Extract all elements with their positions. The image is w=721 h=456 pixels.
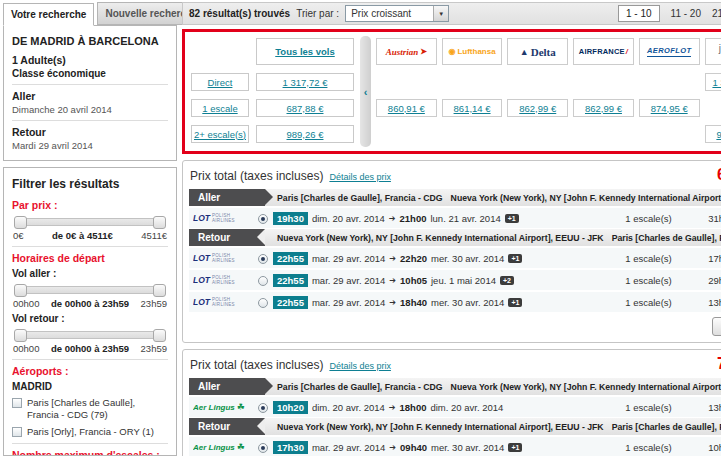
return-time-labels: 00h00 de 00h00 à 23h59 23h59 xyxy=(13,343,167,354)
divider xyxy=(12,246,168,247)
airports-filter-label: Aéroports : xyxy=(12,365,168,377)
passenger-count: 1 Adulte(s) xyxy=(12,54,168,66)
arrival-time: 09h40 xyxy=(400,442,427,453)
sort-select[interactable]: Prix croissant ▼ xyxy=(345,5,449,22)
arrow-right-icon: ➔ xyxy=(389,214,396,223)
matrix-price-1-escale-all[interactable]: 687,88 € xyxy=(256,99,354,117)
arrow-right-icon: ➔ xyxy=(389,403,396,412)
checkbox-icon[interactable] xyxy=(12,427,22,437)
flight-radio[interactable] xyxy=(258,298,268,308)
tab-votre-recherche[interactable]: Votre recherche xyxy=(3,3,94,26)
price-details-link[interactable]: Détails des prix xyxy=(329,361,391,371)
card-header: Prix total (taxes incluses) Détails des … xyxy=(189,354,721,377)
airline-subtext: POLISH AIRLINES xyxy=(212,213,253,223)
return-time-label: Vol retour : xyxy=(12,313,168,324)
outbound-band-label: Aller xyxy=(189,189,265,206)
outbound-time-labels: 00h00 de 00h00 à 23h59 23h59 xyxy=(13,298,167,309)
return-band-label: Retour xyxy=(189,229,265,246)
matrix-scroll-left[interactable]: ‹ xyxy=(360,36,371,147)
total-price: 770,58 € xyxy=(717,355,721,373)
matrix-price-direct-all[interactable]: 1 317,72 € xyxy=(256,73,354,91)
airline-brand: LOT xyxy=(193,253,210,263)
matrix-price-2-escales-all[interactable]: 989,26 € xyxy=(256,125,354,143)
divider xyxy=(12,443,168,444)
stops-count: 1 escale(s) xyxy=(625,402,703,413)
return-time-min-handle[interactable] xyxy=(14,329,27,342)
matrix-price-jetblue-2-escales[interactable]: 989,26 € xyxy=(705,125,721,143)
shamrock-icon: ☘ xyxy=(237,403,245,412)
outbound-time-slider[interactable] xyxy=(15,286,165,294)
delta-triangle-icon: ▲ xyxy=(520,47,529,57)
arrival-date: jeu. 1 mai 2014 xyxy=(431,275,496,286)
price-slider-min-handle[interactable] xyxy=(14,216,27,229)
airline-name: Delta xyxy=(531,46,556,58)
flight-radio[interactable] xyxy=(258,214,268,224)
page-current[interactable]: 1 - 10 xyxy=(618,5,660,22)
matrix-row-1-escale[interactable]: 1 escale xyxy=(191,99,249,117)
austrian-arrow-icon: ➤ xyxy=(420,47,427,56)
airline-name: Austrian xyxy=(386,47,419,57)
matrix-price-lufthansa[interactable]: 861,14 € xyxy=(442,99,503,117)
flight-duration: 13h 40 xyxy=(708,402,721,413)
total-price: 687,88 € xyxy=(717,166,721,184)
flight-radio[interactable] xyxy=(258,254,268,264)
departure-time-badge: 22h55 xyxy=(273,274,308,287)
price-total-label: Prix total (taxes incluses) xyxy=(190,358,323,372)
return-band-label: Retour xyxy=(189,418,265,435)
divider xyxy=(12,84,168,85)
price-range: de 0€ à 4511€ xyxy=(52,230,113,241)
airport-option-label: Paris [Charles de Gaulle], Francia - CDG… xyxy=(27,397,168,421)
departure-time-badge: 19h30 xyxy=(273,212,308,225)
arrow-right-icon: ➔ xyxy=(389,276,396,285)
lufthansa-crane-icon: ◉ xyxy=(448,47,455,56)
return-time-max-handle[interactable] xyxy=(153,329,166,342)
route-from: Nueva York (New York), NY [John F. Kenne… xyxy=(277,422,604,432)
airport-option-cdg[interactable]: Paris [Charles de Gaulle], Francia - CDG… xyxy=(12,397,168,421)
price-max: 4511€ xyxy=(141,230,167,241)
page-link-21-30[interactable]: 21 - 30 xyxy=(712,8,721,19)
airfrance-slash-icon: / xyxy=(626,47,628,56)
sort-select-value: Prix croissant xyxy=(351,8,411,19)
price-details-link[interactable]: Détails des prix xyxy=(329,172,391,182)
matrix-all-flights[interactable]: Tous les vols xyxy=(256,38,354,65)
airline-logo-lufthansa: ◉Lufthansa xyxy=(442,38,503,65)
return-label: Retour xyxy=(12,126,168,138)
matrix-price-airfrance[interactable]: 862,99 € xyxy=(573,99,634,117)
airline-logo-aeroflot: AEROFLOT xyxy=(639,38,700,65)
flight-results-page: Votre recherche Nouvelle recherche DE MA… xyxy=(0,0,721,456)
price-slider-max-handle[interactable] xyxy=(153,216,166,229)
matrix-price-austrian[interactable]: 860,91 € xyxy=(376,99,437,117)
checkbox-icon[interactable] xyxy=(12,398,22,408)
page-link-11-20[interactable]: 11 - 20 xyxy=(671,8,701,19)
matrix-price-delta[interactable]: 862,99 € xyxy=(507,99,568,117)
flight-segment: 10h20 dim. 20 avr. 2014 ➔ 18h00 dim. 20 … xyxy=(273,401,620,414)
airline-logo-austrian: Austrian➤ xyxy=(376,38,437,65)
flight-radio[interactable] xyxy=(258,403,268,413)
route-to: Nueva York (New York), NY [John F. Kenne… xyxy=(451,193,721,203)
matrix-price-aeroflot[interactable]: 874,95 € xyxy=(639,99,700,117)
outbound-time-min-handle[interactable] xyxy=(14,284,27,297)
airport-option-label: Paris [Orly], Francia - ORY (1) xyxy=(27,426,154,438)
airline-logo-delta: ▲Delta xyxy=(507,38,568,65)
stops-count: 1 escale(s) xyxy=(625,213,703,224)
return-band: Retour Nueva York (New York), NY [John F… xyxy=(189,229,721,246)
outbound-band: Aller Paris [Charles de Gaulle], Francia… xyxy=(189,189,721,206)
return-time-slider[interactable] xyxy=(15,331,165,339)
price-slider[interactable] xyxy=(15,218,165,226)
flight-duration: 29h 10 xyxy=(708,275,721,286)
matrix-row-2-escales[interactable]: 2+ escale(s) xyxy=(191,125,249,143)
flight-radio[interactable] xyxy=(258,276,268,286)
flight-radio[interactable] xyxy=(258,443,268,453)
matrix-row-direct[interactable]: Direct xyxy=(191,73,249,91)
flight-segment: 19h30 dim. 20 avr. 2014 ➔ 21h00 lun. 21 … xyxy=(273,212,620,225)
valider-button[interactable]: VALIDER xyxy=(712,317,721,336)
airport-option-ory[interactable]: Paris [Orly], Francia - ORY (1) xyxy=(12,426,168,438)
outbound-date: Dimanche 20 avril 2014 xyxy=(12,104,168,115)
matrix-price-jetblue-direct[interactable]: 1 317,72 € xyxy=(705,73,721,91)
stops-count: 1 escale(s) xyxy=(625,442,703,453)
outbound-time-max-handle[interactable] xyxy=(153,284,166,297)
arrival-date: mer. 30 avr. 2014 xyxy=(431,253,504,264)
dropdown-arrow-icon[interactable]: ▼ xyxy=(433,6,448,21)
return-flight-option: LOTPOLISH AIRLINES 22h55 mar. 29 avr. 20… xyxy=(189,292,721,312)
outbound-label: Aller xyxy=(12,90,168,102)
